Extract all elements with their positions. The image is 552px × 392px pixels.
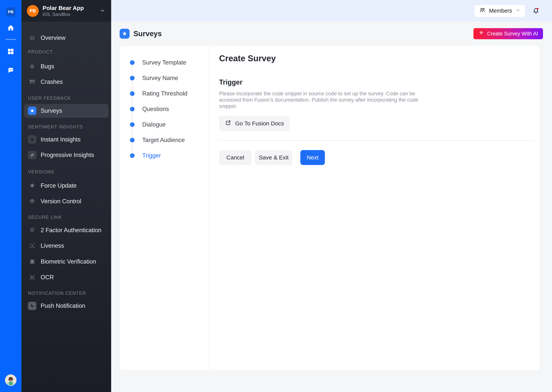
bug-icon bbox=[28, 62, 36, 71]
step-trigger[interactable]: Trigger bbox=[120, 148, 209, 163]
main-area: Members Surveys Create Survey With AI bbox=[111, 0, 552, 392]
user-avatar[interactable] bbox=[5, 374, 16, 386]
step-dot bbox=[130, 138, 135, 142]
overview-icon bbox=[28, 34, 36, 42]
cube-icon bbox=[28, 197, 36, 206]
go-to-fusion-docs-label: Go To Fusion Docs bbox=[235, 120, 284, 127]
sidebar-item-instant-insights[interactable]: Instant Insights bbox=[24, 133, 109, 147]
step-dot bbox=[130, 122, 135, 127]
members-button[interactable]: Members bbox=[474, 5, 525, 17]
workspace-platform: iOS, SandBox bbox=[43, 12, 84, 17]
notifications-bell-icon[interactable] bbox=[532, 7, 540, 15]
step-dot bbox=[130, 91, 135, 96]
section-label-product: PRODUCT bbox=[28, 49, 53, 54]
hexagon-up-icon bbox=[28, 182, 36, 190]
sidebar-item-2fa[interactable]: 2 Factor Authentication bbox=[24, 223, 109, 237]
section-label-secure-link: SECURE LINK bbox=[28, 215, 62, 220]
apps-grid-icon[interactable] bbox=[0, 48, 22, 55]
topbar: Members bbox=[111, 0, 552, 22]
section-label-user-feedback: USER FEEDBACK bbox=[28, 96, 71, 101]
face-scan-icon bbox=[28, 242, 36, 250]
app-logo[interactable]: PB bbox=[6, 7, 15, 16]
trigger-description: Please incorporate the code snippet in s… bbox=[219, 91, 429, 110]
create-survey-card: Survey Template Survey Name Rating Thres… bbox=[120, 46, 539, 370]
bell-icon bbox=[28, 302, 36, 310]
create-survey-with-ai-button[interactable]: Create Survey With AI bbox=[473, 28, 543, 39]
heart-icon bbox=[28, 135, 36, 144]
create-survey-with-ai-label: Create Survey With AI bbox=[487, 31, 538, 37]
page-title: Surveys bbox=[133, 30, 162, 38]
fingerprint-icon bbox=[28, 258, 36, 266]
members-icon bbox=[479, 7, 486, 15]
step-target-audience[interactable]: Target Audience bbox=[120, 132, 209, 148]
step-dialogue[interactable]: Dialogue bbox=[120, 117, 209, 132]
chat-icon[interactable] bbox=[0, 67, 22, 74]
go-to-fusion-docs-button[interactable]: Go To Fusion Docs bbox=[219, 116, 290, 131]
step-dot bbox=[130, 76, 135, 80]
sidebar-item-version-control[interactable]: Version Control bbox=[24, 195, 109, 208]
trigger-section-title: Trigger bbox=[219, 78, 535, 86]
surveys-page-icon bbox=[120, 29, 130, 39]
home-icon[interactable] bbox=[0, 24, 22, 31]
shield-lock-icon bbox=[28, 226, 36, 234]
sidebar-item-ocr[interactable]: OCR bbox=[24, 270, 109, 284]
step-questions[interactable]: Questions bbox=[120, 101, 209, 117]
step-survey-name[interactable]: Survey Name bbox=[120, 70, 209, 86]
sparkle-icon bbox=[478, 30, 484, 37]
step-dot bbox=[130, 60, 135, 65]
sidebar-item-surveys[interactable]: Surveys bbox=[24, 104, 109, 118]
step-content: Create Survey Trigger Please incorporate… bbox=[219, 46, 535, 165]
chevron-down-icon bbox=[99, 7, 106, 14]
crash-window-icon bbox=[28, 78, 36, 86]
step-survey-template[interactable]: Survey Template bbox=[120, 55, 209, 70]
step-rating-threshold[interactable]: Rating Threshold bbox=[120, 86, 209, 101]
section-label-versions: VERSIONS bbox=[28, 169, 54, 174]
workspace-avatar: PB bbox=[27, 5, 39, 17]
section-label-sentiment-insights: SENTIMENT INSIGHTS bbox=[28, 124, 83, 129]
page-header: Surveys Create Survey With AI bbox=[111, 22, 552, 46]
sidebar-item-overview[interactable]: Overview bbox=[24, 31, 109, 45]
sidebar-item-push-notification[interactable]: Push Notification bbox=[24, 299, 109, 313]
chevron-down-icon bbox=[515, 7, 521, 14]
action-buttons: Cancel Save & Exit Next bbox=[219, 150, 535, 165]
workspace-switcher[interactable]: PB Polar Bear App iOS, SandBox bbox=[22, 0, 111, 22]
card-scan-icon bbox=[28, 273, 36, 281]
step-dot bbox=[130, 153, 135, 158]
content-divider bbox=[219, 140, 535, 141]
save-and-exit-button[interactable]: Save & Exit bbox=[255, 150, 292, 165]
step-dot bbox=[130, 107, 135, 112]
app-rail: PB bbox=[0, 0, 22, 392]
next-button[interactable]: Next bbox=[300, 150, 325, 165]
create-survey-title: Create Survey bbox=[219, 53, 535, 63]
external-link-icon bbox=[225, 120, 231, 127]
section-label-notification-center: NOTIFICATION CENTER bbox=[28, 291, 86, 296]
sidebar-item-crashes[interactable]: Crashes bbox=[24, 75, 109, 89]
sidebar-item-liveness[interactable]: Liveness bbox=[24, 239, 109, 253]
sidebar-item-force-update[interactable]: Force Update bbox=[24, 179, 109, 193]
surveys-star-icon bbox=[28, 107, 36, 115]
rail-divider bbox=[6, 39, 16, 40]
members-label: Members bbox=[489, 8, 512, 14]
sidebar-item-progressive-insights[interactable]: Progressive Insights bbox=[24, 148, 109, 162]
survey-stepper: Survey Template Survey Name Rating Thres… bbox=[120, 46, 210, 370]
cancel-button[interactable]: Cancel bbox=[219, 150, 251, 165]
workspace-name: Polar Bear App bbox=[43, 5, 84, 12]
sidebar: PB Polar Bear App iOS, SandBox Overview … bbox=[22, 0, 111, 392]
sidebar-item-bugs[interactable]: Bugs bbox=[24, 60, 109, 73]
link-icon bbox=[28, 151, 36, 159]
sidebar-item-biometric-verification[interactable]: Biometric Verification bbox=[24, 255, 109, 269]
